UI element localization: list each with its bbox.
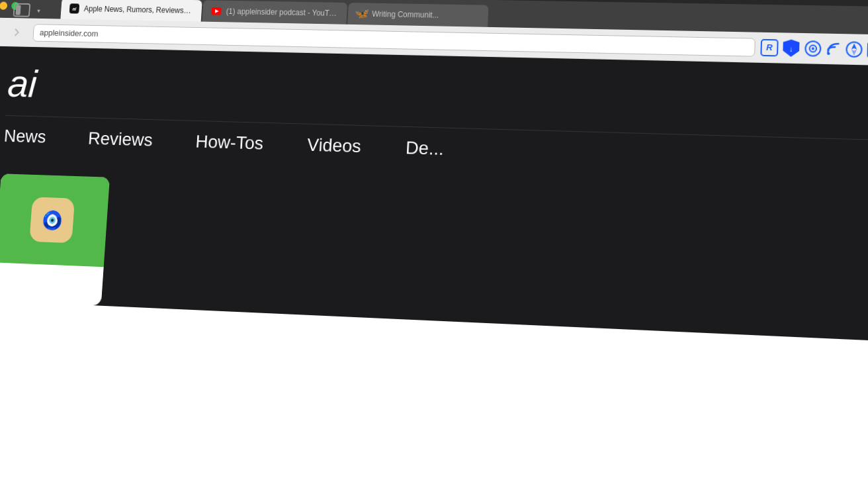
radar-svg <box>804 40 822 58</box>
address-text: appleinsider.com <box>40 28 99 38</box>
main-wrapper: Safari File Edit View History Bookmarks … <box>0 0 868 484</box>
tab-writing-community[interactable]: 🦋 Writing Communit... <box>347 3 488 27</box>
nav-item-news[interactable]: News <box>3 117 48 156</box>
shield-extension-icon[interactable]: ↓ <box>782 38 801 58</box>
content-card-1: 🧿 <box>0 173 110 305</box>
tab-favicon-ai: ai <box>69 3 80 13</box>
nav-item-videos[interactable]: Videos <box>306 126 363 166</box>
site-logo: ai <box>7 64 868 127</box>
minimize-button[interactable] <box>0 1 7 9</box>
back-button[interactable] <box>0 21 4 42</box>
butterfly-icon: 🦋 <box>355 7 369 21</box>
location-extension-icon[interactable] <box>845 40 863 58</box>
app-icon-emoji: 🧿 <box>41 209 64 231</box>
extension-icons: R ↓ <box>760 38 868 60</box>
svg-marker-6 <box>851 43 857 49</box>
forward-button[interactable] <box>7 22 27 42</box>
nav-item-howtos[interactable]: How-Tos <box>195 122 265 163</box>
tab-appleinsider[interactable]: ai Apple News, Rumors, Reviews, Price... <box>60 0 202 22</box>
sidebar-toggle-button[interactable] <box>13 3 31 17</box>
card-green-top: 🧿 <box>0 173 110 267</box>
nav-item-more[interactable]: De... <box>405 128 445 169</box>
nav-controls <box>0 21 27 42</box>
youtube-play-icon <box>214 9 218 13</box>
site-navigation: News Reviews How-Tos Videos De... <box>3 115 868 183</box>
forward-icon <box>12 28 21 36</box>
sidebar-toggle-icon <box>15 5 21 15</box>
sidebar-controls: ▾ <box>13 3 41 17</box>
svg-marker-7 <box>851 49 857 55</box>
svg-text:↓: ↓ <box>789 44 793 53</box>
location-svg <box>845 40 863 58</box>
tab-title-writing: Writing Communit... <box>372 9 439 19</box>
tab-favicon-youtube <box>211 7 222 15</box>
logo-text: ai <box>7 62 38 105</box>
svg-point-3 <box>812 47 814 50</box>
shield-svg: ↓ <box>782 38 801 58</box>
website-content: ai News Reviews How-Tos Videos De... 🧿 <box>0 46 868 343</box>
browser-window: Safari File Edit View History Bookmarks … <box>0 0 868 484</box>
nav-item-reviews[interactable]: Reviews <box>87 119 153 159</box>
chevron-down-icon[interactable]: ▾ <box>37 7 40 14</box>
content-preview: 🧿 <box>0 172 868 343</box>
radar-extension-icon[interactable] <box>804 40 822 58</box>
rss-svg <box>826 41 841 56</box>
site-inner: ai News Reviews How-Tos Videos De... <box>0 46 868 184</box>
tab-youtube[interactable]: (1) appleinsider podcast - YouTube <box>202 0 348 24</box>
ai-favicon-text: ai <box>72 6 77 12</box>
tab-title-appleinsider: Apple News, Rumors, Reviews, Price... <box>83 5 193 15</box>
shield-icon: ↓ <box>782 38 801 58</box>
tab-favicon-bluesky: 🦋 <box>357 9 367 19</box>
app-icon: 🧿 <box>29 197 75 243</box>
tab-title-youtube: (1) appleinsider podcast - YouTube <box>226 7 338 17</box>
rss-extension-icon[interactable] <box>826 41 841 56</box>
readwise-extension-icon[interactable]: R <box>760 38 778 56</box>
